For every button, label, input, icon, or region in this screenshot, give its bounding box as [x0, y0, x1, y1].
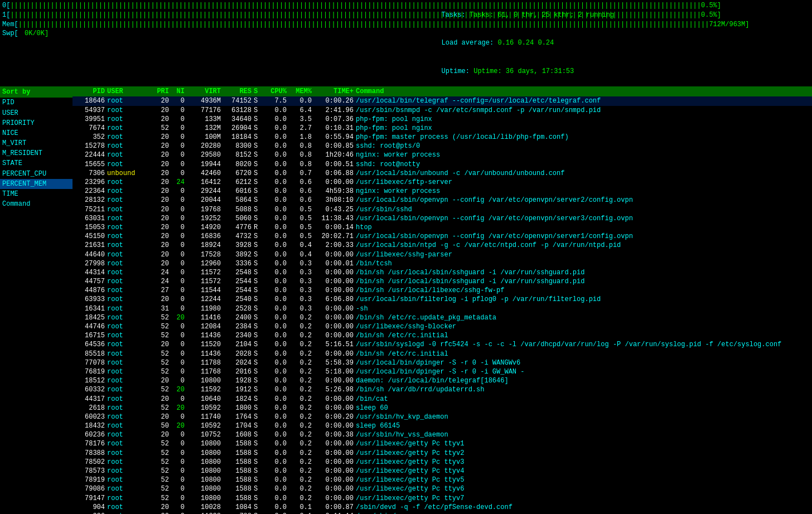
row-user: root: [107, 133, 149, 142]
table-row[interactable]: 926 root 20 0 11328 788 S 0.0 0.1 0:11.1…: [72, 512, 812, 514]
row-pid: 64536: [74, 340, 107, 349]
row-mem: 0.2: [289, 385, 314, 394]
table-row[interactable]: 54937 root 20 0 77176 63128 S 0.0 6.4 2:…: [72, 106, 812, 115]
row-mem: 0.3: [289, 286, 314, 295]
table-row[interactable]: 16715 root 52 0 11436 2340 S 0.0 0.2 0:0…: [72, 331, 812, 340]
table-row[interactable]: 15053 root 20 0 14920 4776 R 0.0 0.5 0:0…: [72, 223, 812, 232]
row-pid: 2618: [74, 404, 107, 413]
row-virt: 10800: [187, 494, 223, 503]
sidebar-item-mvirt[interactable]: M_VIRT: [0, 138, 72, 148]
table-row[interactable]: 75211 root 20 0 19768 5088 S 0.0 0.5 0:4…: [72, 205, 812, 214]
table-row[interactable]: 15655 root 20 0 19944 8020 S 0.0 0.8 0:0…: [72, 160, 812, 169]
row-user: root: [107, 223, 149, 232]
table-row[interactable]: 78502 root 52 0 10800 1588 S 0.0 0.2 0:0…: [72, 458, 812, 467]
cpu0-bar-line: 0[ |||||||||||||||||||||||||||||||||||||…: [2, 1, 398, 11]
table-row[interactable]: 23296 root 20 24 16412 6212 S 0.0 0.6 0:…: [72, 178, 812, 187]
table-row[interactable]: 904 root 20 0 10028 1084 S 0.0 0.1 0:00.…: [72, 503, 812, 512]
table-row[interactable]: 27998 root 20 0 12960 3336 S 0.0 0.3 0:0…: [72, 259, 812, 268]
sidebar-item-priority[interactable]: PRIORITY: [0, 118, 72, 128]
table-row[interactable]: 60236 root 20 0 10752 1608 S 0.0 0.2 0:0…: [72, 430, 812, 439]
table-row[interactable]: 78176 root 52 0 10800 1588 S 0.0 0.2 0:0…: [72, 439, 812, 448]
table-row[interactable]: 18512 root 20 0 10800 1928 S 0.0 0.2 0:0…: [72, 376, 812, 385]
table-row[interactable]: 21631 root 20 0 18924 3928 S 0.0 0.4 2:0…: [72, 241, 812, 250]
table-row[interactable]: 60332 root 52 20 11592 1912 S 0.0 0.2 5:…: [72, 385, 812, 394]
row-s: S: [254, 376, 264, 385]
sidebar-item-percentcpu[interactable]: PERCENT_CPU: [0, 169, 72, 179]
row-cmd: /bin/sh /var/db/rrd/updaterrd.sh: [356, 385, 811, 394]
row-pid: 77078: [74, 358, 107, 367]
header-user: USER: [107, 87, 149, 96]
row-virt: 10800: [187, 376, 223, 385]
table-row[interactable]: 39951 root 20 0 133M 34640 S 0.0 3.5 0:0…: [72, 115, 812, 124]
table-row[interactable]: 18425 root 52 20 11416 2400 S 0.0 0.2 0:…: [72, 313, 812, 322]
row-s: S: [254, 484, 264, 493]
table-row[interactable]: 78919 root 52 0 10800 1588 S 0.0 0.2 0:0…: [72, 476, 812, 484]
row-ni: 0: [171, 142, 187, 151]
table-row[interactable]: 60023 root 20 0 11740 1764 S 0.0 0.2 0:0…: [72, 413, 812, 421]
row-virt: 10800: [187, 449, 223, 458]
table-row[interactable]: 352 root 20 0 100M 18184 S 0.0 1.8 0:55.…: [72, 133, 812, 142]
row-pid: 85518: [74, 350, 107, 358]
table-row[interactable]: 63933 root 20 0 12244 2540 S 0.0 0.3 6:0…: [72, 295, 812, 304]
row-cpu: 0.0: [264, 241, 289, 250]
sidebar-item-command[interactable]: Command: [0, 199, 72, 209]
table-row[interactable]: 15278 root 20 0 20280 8300 S 0.0 0.8 0:0…: [72, 142, 812, 151]
sidebar-item-time[interactable]: TIME: [0, 189, 72, 199]
sidebar-item-percentmem[interactable]: PERCENT_MEM: [0, 179, 72, 189]
row-user: root: [107, 178, 149, 187]
table-row[interactable]: 44640 root 20 0 17528 3892 S 0.0 0.4 0:0…: [72, 250, 812, 259]
row-cmd: daemon: /usr/local/bin/telegraf[18646]: [356, 376, 811, 385]
table-row[interactable]: 18432 root 50 20 10592 1704 S 0.0 0.2 0:…: [72, 421, 812, 430]
row-s: S: [254, 404, 264, 413]
table-row[interactable]: 44314 root 24 0 11572 2548 S 0.0 0.3 0:0…: [72, 268, 812, 277]
table-row[interactable]: 22364 root 20 0 29244 6016 S 0.0 0.6 4h5…: [72, 187, 812, 196]
sidebar-item-state[interactable]: STATE: [0, 158, 72, 168]
table-row[interactable]: 78573 root 52 0 10800 1588 S 0.0 0.2 0:0…: [72, 467, 812, 476]
row-virt: 14920: [187, 223, 223, 232]
sidebar-item-nice[interactable]: NICE: [0, 128, 72, 138]
row-virt: 18924: [187, 241, 223, 250]
sidebar-item-mresident[interactable]: M_RESIDENT: [0, 148, 72, 158]
table-row[interactable]: 85518 root 52 0 11436 2028 S 0.0 0.2 0:0…: [72, 350, 812, 358]
row-mem: 3.5: [289, 115, 314, 124]
row-cpu: 0.0: [264, 421, 289, 430]
row-pid: 79086: [74, 484, 107, 493]
table-row[interactable]: 79086 root 52 0 10800 1588 S 0.0 0.2 0:0…: [72, 484, 812, 493]
table-row[interactable]: 7674 root 52 0 132M 26904 S 0.0 2.7 0:10…: [72, 124, 812, 133]
row-pri: 52: [149, 358, 171, 367]
table-row[interactable]: 22444 root 20 0 29580 8152 S 0.0 0.8 1h2…: [72, 151, 812, 159]
row-virt: 12244: [187, 295, 223, 304]
row-pri: 52: [149, 313, 171, 322]
table-row[interactable]: 63031 root 20 0 19252 5060 S 0.0 0.5 11:…: [72, 214, 812, 223]
table-row[interactable]: 7306 unbound 20 0 42460 6720 S 0.0 0.7 0…: [72, 169, 812, 178]
row-pid: 76819: [74, 367, 107, 376]
row-time: 0:00.00: [314, 277, 356, 286]
table-row[interactable]: 79147 root 52 0 10800 1588 S 0.0 0.2 0:0…: [72, 494, 812, 503]
row-time: 5:16.51: [314, 340, 356, 349]
sort-header[interactable]: Sort by: [0, 86, 72, 98]
row-res: 1588: [223, 467, 254, 476]
table-row[interactable]: 44746 root 52 0 12084 2384 S 0.0 0.2 0:0…: [72, 322, 812, 331]
table-row[interactable]: 28132 root 20 0 20044 5864 S 0.0 0.6 3h0…: [72, 196, 812, 205]
table-row[interactable]: 2618 root 52 20 10592 1800 S 0.0 0.2 0:0…: [72, 404, 812, 413]
row-s: S: [254, 476, 264, 484]
table-row[interactable]: 16341 root 31 0 11980 2528 S 0.0 0.3 0:0…: [72, 304, 812, 313]
row-pid: 54937: [74, 106, 107, 115]
table-row[interactable]: 64536 root 20 0 11520 2104 S 0.0 0.2 5:1…: [72, 340, 812, 349]
table-row[interactable]: 76819 root 52 0 11768 2016 S 0.0 0.2 5:1…: [72, 367, 812, 376]
sidebar-item-user[interactable]: USER: [0, 108, 72, 118]
table-row[interactable]: 44317 root 20 0 10640 1824 S 0.0 0.2 0:0…: [72, 395, 812, 404]
row-cmd: /bin/sh /etc/rc.update_pkg_metadata: [356, 313, 811, 322]
table-row[interactable]: 45150 root 20 0 16836 4732 S 0.0 0.5 20:…: [72, 232, 812, 241]
row-cpu: 0.0: [264, 385, 289, 394]
row-pri: 52: [149, 331, 171, 340]
table-row[interactable]: 44757 root 24 0 11572 2544 S 0.0 0.3 0:0…: [72, 277, 812, 286]
table-row[interactable]: 18646 root 20 0 4936M 74152 S 7.5 0.0 0:…: [72, 96, 812, 105]
table-row[interactable]: 78388 root 52 0 10800 1588 S 0.0 0.2 0:0…: [72, 449, 812, 458]
row-ni: 0: [171, 277, 187, 286]
row-user: root: [107, 476, 149, 484]
table-row[interactable]: 44876 root 27 0 11544 2544 S 0.0 0.3 0:0…: [72, 286, 812, 295]
table-row[interactable]: 77078 root 52 0 11788 2024 S 0.0 0.2 5:5…: [72, 358, 812, 367]
row-pid: 45150: [74, 232, 107, 241]
sidebar-item-pid[interactable]: PID: [0, 98, 72, 108]
